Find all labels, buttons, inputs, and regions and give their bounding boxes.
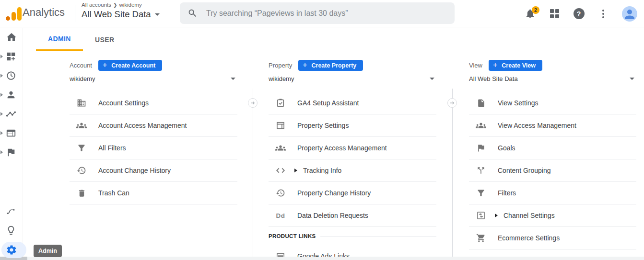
menu-item-channel-settings[interactable]: Channel Settings bbox=[469, 204, 636, 227]
create-property-button[interactable]: + Create Property bbox=[298, 60, 363, 71]
left-nav-sidebar bbox=[0, 28, 23, 257]
menu-item-content-grouping[interactable]: Content Grouping bbox=[469, 159, 636, 182]
property-column: Property + Create Property wikidemy GA4 … bbox=[269, 51, 436, 260]
sidebar-item-conversions[interactable] bbox=[6, 147, 17, 158]
expand-chevron-icon[interactable] bbox=[0, 74, 3, 78]
account-column-label: Account bbox=[70, 62, 92, 69]
expand-chevron-icon[interactable] bbox=[0, 131, 3, 135]
clock-icon bbox=[6, 70, 16, 81]
expand-chevron-icon[interactable] bbox=[0, 150, 3, 154]
breadcrumb-current[interactable]: wikidemy bbox=[119, 2, 141, 8]
analytics-logo-icon[interactable] bbox=[6, 6, 22, 21]
view-column: View + Create View All Web Site Data Vie… bbox=[469, 51, 636, 249]
clipboard-check-icon bbox=[275, 98, 286, 108]
lightbulb-icon bbox=[6, 225, 16, 236]
admin-tooltip: Admin bbox=[34, 245, 62, 257]
expand-chevron-icon[interactable] bbox=[0, 55, 3, 58]
plus-icon: + bbox=[103, 61, 107, 69]
more-vert-icon[interactable] bbox=[597, 8, 609, 20]
header-divider bbox=[75, 5, 75, 22]
path-squiggle-icon bbox=[6, 206, 16, 216]
sidebar-item-behavior[interactable] bbox=[6, 128, 17, 139]
menu-item-ga4-setup-assistant[interactable]: GA4 Setup Assistant bbox=[269, 92, 436, 114]
menu-item-goals[interactable]: Goals bbox=[469, 137, 636, 159]
menu-item-property-access-management[interactable]: Property Access Management bbox=[269, 137, 436, 159]
main-content: ADMIN USER Account + Create Account wiki… bbox=[23, 28, 644, 257]
menu-item-trash-can[interactable]: Trash Can bbox=[70, 182, 237, 204]
breadcrumb-root[interactable]: All accounts bbox=[82, 2, 111, 8]
chevron-down-icon bbox=[155, 13, 160, 16]
sidebar-item-home[interactable] bbox=[6, 32, 17, 43]
file-icon bbox=[476, 98, 486, 108]
horizontal-scrollbar[interactable] bbox=[0, 257, 644, 260]
menu-item-all-filters[interactable]: All Filters bbox=[70, 137, 237, 159]
create-view-button[interactable]: + Create View bbox=[489, 60, 542, 71]
menu-item-view-settings[interactable]: View Settings bbox=[469, 92, 636, 114]
search-icon bbox=[187, 8, 198, 18]
channel-icon bbox=[476, 210, 486, 221]
sidebar-item-audience[interactable] bbox=[6, 90, 17, 101]
expand-triangle-icon bbox=[294, 169, 297, 172]
sidebar-item-acquisition[interactable] bbox=[6, 109, 17, 120]
avatar[interactable] bbox=[622, 6, 637, 22]
menu-item-property-change-history[interactable]: Property Change History bbox=[269, 182, 436, 204]
expand-chevron-icon[interactable] bbox=[0, 112, 3, 116]
sidebar-item-discover[interactable] bbox=[6, 225, 17, 237]
collapse-arrow-icon[interactable] bbox=[447, 98, 457, 108]
people-icon bbox=[275, 143, 286, 153]
create-account-button[interactable]: + Create Account bbox=[98, 60, 162, 71]
view-selector[interactable]: All Web Site Data bbox=[469, 73, 636, 85]
menu-item-view-access-management[interactable]: View Access Management bbox=[469, 114, 636, 137]
notification-badge: 2 bbox=[532, 6, 539, 14]
menu-item-account-change-history[interactable]: Account Change History bbox=[70, 159, 237, 182]
customization-icon bbox=[6, 51, 16, 62]
account-selector[interactable]: wikidemy bbox=[70, 73, 237, 85]
gear-icon bbox=[6, 244, 17, 256]
node-graph-icon bbox=[6, 109, 16, 119]
column-divider bbox=[452, 89, 453, 260]
people-icon bbox=[76, 120, 87, 131]
sidebar-item-admin[interactable] bbox=[6, 244, 17, 256]
view-column-label: View bbox=[469, 62, 482, 69]
building-icon bbox=[76, 98, 87, 108]
menu-item-account-settings[interactable]: Account Settings bbox=[70, 92, 237, 114]
menu-item-data-deletion-requests[interactable]: Dd Data Deletion Requests bbox=[269, 204, 436, 227]
breadcrumb[interactable]: All accounts ❯ wikidemy bbox=[82, 2, 142, 8]
sidebar-item-attribution[interactable] bbox=[6, 206, 17, 217]
plus-icon: + bbox=[303, 61, 307, 69]
funnel-icon bbox=[76, 143, 87, 153]
people-icon bbox=[476, 120, 486, 131]
admin-tabbar: ADMIN USER bbox=[23, 28, 644, 51]
layout-icon bbox=[275, 120, 286, 131]
history-icon bbox=[275, 188, 286, 198]
flag-icon bbox=[476, 143, 486, 153]
sidebar-item-customization[interactable] bbox=[6, 51, 17, 63]
notifications-bell-icon[interactable]: 2 bbox=[524, 8, 536, 20]
help-icon[interactable]: ? bbox=[573, 8, 585, 20]
tab-user[interactable]: USER bbox=[83, 28, 127, 51]
sidebar-item-realtime[interactable] bbox=[6, 70, 17, 82]
chevron-down-icon bbox=[430, 78, 434, 80]
search-input[interactable] bbox=[206, 9, 447, 18]
chevron-down-icon bbox=[231, 78, 235, 80]
menu-item-account-access-management[interactable]: Account Access Management bbox=[70, 114, 237, 137]
history-icon bbox=[76, 165, 87, 176]
chevron-down-icon bbox=[630, 78, 634, 80]
property-column-label: Property bbox=[269, 62, 292, 69]
menu-item-property-settings[interactable]: Property Settings bbox=[269, 114, 436, 137]
expand-triangle-icon bbox=[495, 214, 498, 217]
menu-item-tracking-info[interactable]: Tracking Info bbox=[269, 159, 436, 182]
collapse-arrow-icon[interactable] bbox=[248, 98, 258, 108]
flag-icon bbox=[6, 147, 16, 158]
property-view-selector[interactable]: All Web Site Data bbox=[82, 9, 160, 20]
apps-grid-icon[interactable] bbox=[549, 8, 560, 20]
menu-item-filters[interactable]: Filters bbox=[469, 182, 636, 204]
chevron-right-icon: ❯ bbox=[113, 2, 117, 8]
menu-item-ecommerce-settings[interactable]: Ecommerce Settings bbox=[469, 227, 636, 249]
search-bar[interactable] bbox=[180, 2, 455, 24]
tab-admin[interactable]: ADMIN bbox=[36, 28, 83, 51]
home-icon bbox=[6, 32, 17, 43]
expand-chevron-icon[interactable] bbox=[0, 93, 3, 97]
cart-icon bbox=[476, 233, 486, 243]
property-selector[interactable]: wikidemy bbox=[269, 73, 436, 85]
